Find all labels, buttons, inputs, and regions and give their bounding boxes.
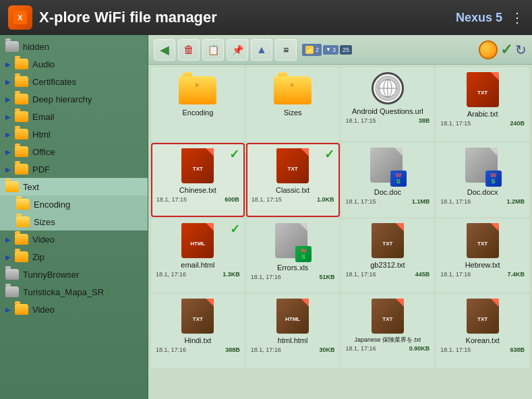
title-left: X X-plore WiFi file manager (8, 5, 217, 30)
file-date: 18.1, 17:15 (346, 198, 376, 205)
sidebar-item-video[interactable]: ▶ Video (0, 231, 148, 248)
selection-badge-group: 📁 2 ▼ 3 25 (302, 44, 352, 56)
arrow-right-icon: ▶ (5, 113, 11, 121)
sidebar-item-label: Zip (32, 252, 45, 262)
sidebar-item-label: Video (32, 235, 55, 245)
sidebar-item-zip[interactable]: ▶ Zip (0, 248, 148, 266)
toolbar: ◀ 🗑 📋 📌 ▲ ≡ 📁 2 ▼ 3 25 (148, 35, 532, 65)
right-panel: ◀ 🗑 📋 📌 ▲ ≡ 📁 2 ▼ 3 25 (148, 35, 532, 399)
sidebar-item-sizes[interactable]: Sizes (0, 213, 148, 231)
sidebar: hidden ▶ Audio ▶ Certificates ▶ Deep hie… (0, 35, 148, 399)
file-size: 1.3KB (223, 271, 240, 278)
file-meta: 18.1, 17:15 638B (439, 346, 526, 353)
file-date: 18.1, 17:15 (440, 346, 471, 353)
file-name: Android Questions.url (352, 107, 423, 116)
file-size: 638B (510, 346, 525, 353)
file-cell-email-html[interactable]: ✓ HTML email.html 18.1, 17:16 1.3KB (151, 218, 245, 293)
file-meta: 18.1, 17:16 0.90KB (345, 345, 432, 352)
file-cell-html-html[interactable]: HTML html.html 18.1, 17:16 30KB (246, 294, 340, 368)
sidebar-item-deep-hierarchy[interactable]: ▶ Deep hierarchy (0, 90, 148, 108)
copy-button[interactable]: 📋 (202, 39, 224, 61)
file-name: Japanese 保険業界を.txt (355, 336, 421, 344)
file-cell-korean[interactable]: TXT Korean.txt 18.1, 17:15 638B (436, 294, 529, 368)
file-cell-encoding[interactable]: ▶ Encoding (151, 67, 245, 142)
file-name: email.html (181, 261, 214, 270)
file-cell-android-url[interactable]: Android Questions.url 18.1, 17:15 38B (341, 67, 435, 142)
file-date: 18.1, 17:16 (156, 271, 186, 278)
folder-open-icon (16, 199, 30, 210)
sidebar-item-office[interactable]: ▶ Office (0, 143, 148, 160)
file-meta: 18.1, 17:15 1.1MB (345, 198, 432, 205)
sidebar-item-label: TunnyBrowser (23, 270, 79, 280)
refresh-icon[interactable]: ↻ (515, 42, 527, 58)
svg-text:📁: 📁 (306, 47, 313, 53)
app-icon: X (8, 5, 32, 30)
arrow-right-icon: ▶ (5, 236, 11, 243)
txt-icon: TXT (276, 148, 309, 183)
file-name: Doc.docx (467, 188, 498, 197)
folder-icon (15, 146, 28, 157)
sidebar-item-label: Html (32, 129, 51, 140)
folder-icon (15, 164, 28, 175)
sidebar-item-hidden[interactable]: hidden (0, 38, 148, 55)
file-cell-doc[interactable]: W S Doc.doc 18.1, 17:15 1.1MB (341, 143, 435, 217)
file-name: Arabic.txt (467, 110, 498, 119)
sidebar-item-email[interactable]: ▶ Email (0, 108, 148, 125)
file-cell-hindi[interactable]: TXT Hindi.txt 18.1, 17:16 388B (151, 294, 245, 368)
sidebar-item-turisticka[interactable]: Turisticka_Mapa_SR (0, 283, 148, 301)
file-size: 240B (510, 120, 525, 127)
file-meta: 18.1, 17:16 51KB (249, 274, 336, 280)
sort-button[interactable]: ≡ (275, 39, 297, 61)
file-name: Doc.doc (374, 188, 401, 197)
back-button[interactable]: ◀ (154, 39, 175, 61)
file-cell-chinese[interactable]: ✓ TXT Chinese.txt 18.1, 17:15 600B (151, 143, 245, 217)
file-meta: 18.1, 17:15 600B (155, 196, 241, 203)
folder-open-icon (5, 181, 19, 192)
file-cell-gb2312[interactable]: TXT gb2312.txt 18.1, 17:16 445B (341, 218, 435, 293)
file-cell-docx[interactable]: W S Doc.docx 18.1, 17:16 1.2MB (436, 143, 529, 217)
up-button[interactable]: ▲ (251, 39, 272, 61)
url-icon (372, 72, 404, 104)
sidebar-item-label: Email (32, 112, 55, 122)
sidebar-item-label: Video (32, 305, 55, 315)
file-cell-hebrew[interactable]: TXT Hebrew.txt 18.1, 17:16 7.4KB (436, 218, 529, 293)
arrow-right-icon: ▶ (5, 61, 11, 68)
delete-button[interactable]: 🗑 (178, 39, 200, 61)
folder-icon (15, 251, 28, 262)
sidebar-item-tunny[interactable]: TunnyBrowser (0, 266, 148, 283)
folder-open-icon (16, 216, 30, 227)
paste-button[interactable]: 📌 (227, 39, 248, 61)
selected-sub-badge: ▼ 3 (323, 45, 338, 55)
txt-icon: TXT (181, 148, 214, 183)
file-cell-japanese[interactable]: TXT Japanese 保険業界を.txt 18.1, 17:16 0.90K… (341, 294, 435, 368)
sidebar-item-video2[interactable]: ▶ Video (0, 301, 148, 318)
folder-icon (15, 234, 28, 245)
file-name: html.html (278, 336, 308, 345)
sidebar-item-pdf[interactable]: ▶ PDF (0, 160, 148, 178)
total-num: 25 (343, 47, 349, 53)
folder-icon (15, 59, 28, 69)
menu-button[interactable]: ⋮ (510, 9, 524, 26)
file-grid: ▶ Encoding ▶ Sizes (148, 65, 532, 399)
sidebar-item-html[interactable]: ▶ Html (0, 125, 148, 143)
main-content: hidden ▶ Audio ▶ Certificates ▶ Deep hie… (0, 35, 532, 399)
sidebar-item-audio[interactable]: ▶ Audio (0, 55, 148, 73)
file-cell-arabic[interactable]: TXT Arabic.txt 18.1, 17:15 240B (436, 67, 529, 142)
sidebar-item-certificates[interactable]: ▶ Certificates (0, 73, 148, 90)
txt-icon: HTML (181, 223, 214, 258)
file-meta: 18.1, 17:16 1.2MB (439, 198, 526, 205)
folder-gray-icon (5, 41, 19, 52)
check-mark: ✓ (230, 222, 240, 237)
file-size: 1.2MB (506, 198, 525, 205)
arrow-right-icon: ▶ (5, 306, 11, 313)
folder-icon (15, 94, 28, 104)
total-badge: 25 (340, 45, 352, 55)
sidebar-item-encoding[interactable]: Encoding (0, 195, 148, 213)
file-cell-sizes[interactable]: ▶ Sizes (246, 67, 340, 142)
file-cell-classic[interactable]: ✓ TXT Classic.txt 18.1, 17:15 1.0KB (246, 143, 340, 217)
file-meta: 18.1, 17:15 38B (345, 117, 432, 124)
file-date: 18.1, 17:16 (346, 345, 376, 352)
sidebar-item-text[interactable]: Text (0, 178, 148, 195)
txt-icon: TXT (467, 223, 499, 258)
file-cell-errors-xls[interactable]: W S Errors.xls 18.1, 17:16 51KB (246, 218, 340, 293)
